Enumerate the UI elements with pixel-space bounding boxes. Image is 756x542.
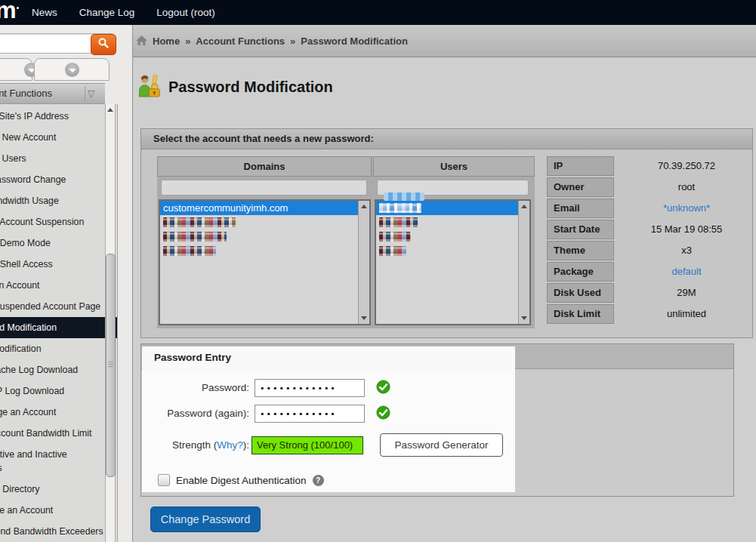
sidebar-scrollbar-thumb[interactable] [106,254,116,477]
info-value-link[interactable]: *unknown* [619,199,754,218]
info-label: Email [547,199,614,218]
account-info-table: IP70.39.250.72OwnerrootEmail*unknown*Sta… [547,156,754,325]
sidebar-item-force-password-change[interactable]: Force Password Change [0,169,104,190]
search-button[interactable] [91,34,116,55]
logo-trademark-dot [17,7,19,9]
password-input[interactable] [255,379,365,397]
password-valid-check-icon [376,380,390,397]
sidebar-item-unsuspend-bandwidth-exceeders[interactable]: Unsuspend Bandwidth Exceeders [0,521,104,542]
topbar-link-news[interactable]: News [32,7,57,18]
breadcrumb-item-account-functions[interactable]: Account Functions [196,35,285,47]
password-modification-icon [137,74,162,100]
account-panel-header: Select the account that needs a new pass… [141,129,752,149]
users-listbox[interactable] [375,199,531,325]
info-label: Package [547,262,614,282]
chevron-down-circle-icon [65,63,79,77]
sidebar-tab-right[interactable] [34,58,110,81]
sidebar-item-show-active-and-inactive-accounts[interactable]: Show Active and Inactive Accounts [0,444,104,479]
strength-why-link[interactable]: Why? [217,439,243,451]
topbar-link-logout-root[interactable]: Logout (root) [156,7,214,18]
info-value: 29M [619,283,754,303]
list-item-redacted[interactable] [376,229,519,244]
sidebar-scrollbar[interactable] [105,104,116,542]
account-lists-table: Domains Users customercommunityimh.com [157,156,535,328]
strength-label-prefix: Strength ( [172,439,217,451]
list-item-selected-domain[interactable]: customercommunityimh.com [160,201,359,215]
sidebar-item-change-site-s-ip-address[interactable]: Change Site's IP Address [0,106,104,127]
domains-listbox[interactable]: customercommunityimh.com [159,199,371,325]
sidebar-item-modify-an-account[interactable]: Modify an Account [0,275,104,296]
info-label: Disk Used [547,283,614,303]
strength-meter: Very Strong (100/100) [251,436,363,454]
redacted-text [379,246,406,256]
scroll-up-arrow-icon[interactable] [106,105,115,115]
list-item-redacted[interactable] [160,244,359,258]
sidebar-item-reset-account-bandwidth-limit[interactable]: Reset Account Bandwidth Limit [0,423,104,444]
domain-filter-input[interactable] [161,180,367,196]
password-generator-button[interactable]: Password Generator [380,433,503,457]
sidebar-item-manage-account-suspension[interactable]: Manage Account Suspension [0,211,104,233]
sidebar-item-manage-shell-access[interactable]: Manage Shell Access [0,254,104,275]
breadcrumb: Home»Account Functions»Password Modifica… [136,31,408,51]
info-label: Start Date [547,220,614,239]
sidebar-item-terminate-an-account[interactable]: Terminate an Account [0,500,104,521]
scroll-down-arrow-icon[interactable] [521,316,527,320]
sidebar-item-limit-bandwidth-usage[interactable]: Limit Bandwidth Usage [0,190,104,211]
list-item-selected-user[interactable] [376,201,519,215]
whm-password-modification-screen: m NewsChange LogLogout (root) Account Fu… [0,0,756,542]
password-again-input[interactable] [255,405,365,423]
domains-list-scrollbar[interactable] [358,201,369,324]
users-list-scrollbar[interactable] [518,201,529,324]
info-value-link[interactable]: default [619,262,754,282]
sidebar-item-password-modification[interactable]: Password Modification [0,317,118,338]
sidebar-item-quota-modification[interactable]: Quota Modification [0,338,104,359]
topbar-links: NewsChange LogLogout (root) [32,0,215,25]
breadcrumb-item-password-modification[interactable]: Password Modification [301,35,408,47]
help-icon[interactable]: ? [313,475,324,486]
breadcrumb-separator: » [185,35,190,47]
redacted-text [379,232,411,242]
sidebar-item-email-all-users[interactable]: Email All Users [0,148,104,169]
password-entry-title: Password Entry [154,352,231,363]
breadcrumb-item-home[interactable]: Home [153,35,180,47]
sidebar-item-manage-demo-mode[interactable]: Manage Demo Mode [0,233,104,254]
change-password-button[interactable]: Change Password [150,507,261,532]
redacted-text [163,232,227,242]
info-label: Disk Limit [547,304,614,324]
section-header-label: Account Functions [0,88,52,99]
redacted-text [163,217,236,227]
account-selection-panel: Select the account that needs a new pass… [140,128,753,338]
strength-label-suffix: ): [243,439,249,451]
digest-auth-checkbox[interactable] [158,474,170,486]
list-item-redacted[interactable] [160,215,359,229]
sidebar-item-rearrange-an-account[interactable]: Rearrange an Account [0,402,104,423]
info-value: 15 Mar 19 08:55 [619,220,754,239]
info-value: x3 [619,241,754,260]
domains-column-header: Domains [157,156,372,177]
breadcrumb-bar: Home»Account Functions»Password Modifica… [133,25,756,57]
sidebar-item-create-a-new-account[interactable]: Create a New Account [0,127,104,148]
scroll-up-arrow-icon[interactable] [521,205,527,208]
sidebar-menu: Change Site's IP AddressCreate a New Acc… [0,104,118,542]
redacted-text [163,246,216,256]
info-row-ip: IP70.39.250.72 [547,156,754,177]
sidebar-item-modify-suspended-account-page[interactable]: Modify Suspended Account Page [0,296,104,317]
password-again-label: Password (again): [142,408,249,419]
scroll-up-arrow-icon[interactable] [361,205,367,208]
list-item-redacted[interactable] [376,244,519,258]
sidebar-tab-left[interactable] [0,58,32,81]
sidebar-section-header[interactable]: Account Functions ▽ [0,83,105,104]
scroll-down-arrow-icon[interactable] [361,316,367,320]
sidebar-item-skeleton-directory[interactable]: Skeleton Directory [0,479,104,500]
list-item-redacted[interactable] [376,215,519,229]
topbar-link-change-log[interactable]: Change Log [79,7,135,18]
section-collapse-icon[interactable]: ▽ [88,84,94,103]
info-row-email: Email*unknown* [547,198,754,219]
sidebar: Account Functions ▽ Change Site's IP Add… [0,25,133,542]
sidebar-item-raw-ftp-log-download[interactable]: Raw FTP Log Download [0,380,104,402]
list-item-redacted[interactable] [160,229,359,244]
redacted-overlay [384,192,424,201]
info-row-package: Packagedefault [547,261,754,282]
redacted-text [379,217,418,227]
sidebar-item-raw-apache-log-download[interactable]: Raw Apache Log Download [0,359,104,380]
